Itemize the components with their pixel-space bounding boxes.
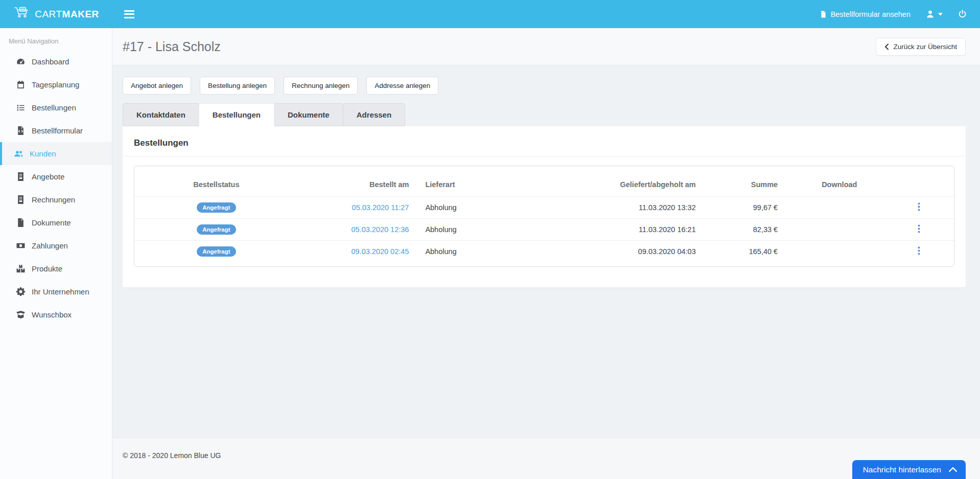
status-badge: Angefragt xyxy=(197,202,236,213)
sidebar-item-label: Rechnungen xyxy=(32,195,75,204)
sidebar-item-label: Kunden xyxy=(30,149,56,158)
create-address-button[interactable]: Addresse anlegen xyxy=(366,77,438,95)
sidebar-item-label: Dokumente xyxy=(32,218,71,227)
sidebar-item-dashboard[interactable]: Dashboard xyxy=(0,50,112,73)
copyright-text: © 2018 - 2020 Lemon Blue UG xyxy=(123,451,221,460)
chevron-left-icon xyxy=(884,43,889,50)
chat-button-label: Nachricht hinterlassen xyxy=(863,465,941,474)
column-header-download: Download xyxy=(786,176,954,197)
tab-adressen[interactable]: Adressen xyxy=(343,103,405,126)
sidebar-toggle-icon[interactable] xyxy=(124,10,134,18)
tab-dokumente[interactable]: Dokumente xyxy=(274,103,343,126)
cart-logo-icon xyxy=(13,6,31,22)
file-code-icon xyxy=(16,126,25,135)
logout-power-icon[interactable] xyxy=(958,10,967,18)
order-date-link[interactable]: 05.03.2020 11:27 xyxy=(352,203,409,212)
sidebar-item-label: Wunschbox xyxy=(32,310,72,319)
main-content: #17 - Lisa Scholz Zurück zur Übersicht A… xyxy=(112,28,980,479)
gear-icon xyxy=(16,287,25,296)
brand-name: CARTMAKER xyxy=(35,9,99,20)
ellipsis-menu-icon[interactable] xyxy=(918,246,920,255)
back-to-overview-button[interactable]: Zurück zur Übersicht xyxy=(876,38,966,56)
sidebar-item-produkte[interactable]: Produkte xyxy=(0,257,112,280)
file-invoice-icon xyxy=(16,172,25,181)
leave-message-button[interactable]: Nachricht hinterlassen xyxy=(852,460,966,479)
tab-kontaktdaten[interactable]: Kontaktdaten xyxy=(123,103,199,126)
order-form-link[interactable]: Bestellformular ansehen xyxy=(820,10,911,18)
brand-logo[interactable]: CARTMAKER xyxy=(0,0,112,28)
sidebar-item-tagesplanung[interactable]: Tagesplanung xyxy=(0,73,112,96)
money-bill-icon xyxy=(16,241,25,250)
box-open-icon xyxy=(16,310,25,319)
order-sum: 99,67 € xyxy=(704,197,786,219)
sidebar-item-kunden[interactable]: Kunden xyxy=(0,142,112,165)
boxes-icon xyxy=(16,264,25,273)
order-sum: 165,40 € xyxy=(704,241,786,263)
sidebar-item-rechnungen[interactable]: Rechnungen xyxy=(0,188,112,211)
sidebar-item-label: Dashboard xyxy=(32,57,69,66)
delivery-type: Abholung xyxy=(417,219,532,241)
status-badge: Angefragt xyxy=(197,246,236,257)
delivered-date: 11.03.2020 13:32 xyxy=(532,197,704,219)
order-date-link[interactable]: 05.03.2020 12:36 xyxy=(351,225,409,234)
tab-bar: Kontaktdaten Bestellungen Dokumente Adre… xyxy=(123,103,966,126)
table-header-row: Bestellstatus Bestellt am Lieferart Geli… xyxy=(134,176,954,197)
order-form-link-label: Bestellformular ansehen xyxy=(831,10,911,18)
file-icon xyxy=(16,218,25,227)
ellipsis-menu-icon[interactable] xyxy=(918,224,920,233)
table-row: Angefragt 09.03.2020 02:45 Abholung 09.0… xyxy=(134,241,954,263)
sidebar: Menü Navigation Dashboard Tagesplanung B… xyxy=(0,28,112,479)
sidebar-item-bestellungen[interactable]: Bestellungen xyxy=(0,96,112,119)
status-badge: Angefragt xyxy=(197,224,236,235)
sidebar-item-wunschbox[interactable]: Wunschbox xyxy=(0,303,112,326)
column-header-delivered-at: Geliefert/abgeholt am xyxy=(532,176,704,197)
calendar-icon xyxy=(16,80,25,89)
footer: © 2018 - 2020 Lemon Blue UG xyxy=(112,438,980,479)
ellipsis-menu-icon[interactable] xyxy=(918,202,920,211)
delivery-type: Abholung xyxy=(417,197,532,219)
column-header-status: Bestellstatus xyxy=(134,176,298,197)
column-header-ordered-at: Bestellt am xyxy=(298,176,417,197)
delivered-date: 11.03.2020 16:21 xyxy=(532,219,704,241)
sidebar-item-label: Tagesplanung xyxy=(32,80,79,89)
orders-table-container: Bestellstatus Bestellt am Lieferart Geli… xyxy=(134,166,954,267)
sidebar-item-label: Bestellungen xyxy=(32,103,76,112)
table-row: Angefragt 05.03.2020 12:36 Abholung 11.0… xyxy=(134,219,954,241)
topbar: CARTMAKER Bestellformular ansehen xyxy=(0,0,980,28)
sidebar-item-zahlungen[interactable]: Zahlungen xyxy=(0,234,112,257)
sidebar-item-dokumente[interactable]: Dokumente xyxy=(0,211,112,234)
page-title: #17 - Lisa Scholz xyxy=(123,39,221,54)
sidebar-item-label: Angebote xyxy=(32,172,64,181)
delivered-date: 09.03.2020 04:03 xyxy=(532,241,704,263)
sidebar-item-label: Bestellformular xyxy=(32,126,83,135)
sidebar-item-angebote[interactable]: Angebote xyxy=(0,165,112,188)
column-header-sum: Summe xyxy=(704,176,786,197)
action-button-row: Angebot anlegen Bestellung anlegen Rechn… xyxy=(123,77,966,95)
back-button-label: Zurück zur Übersicht xyxy=(893,43,957,51)
sidebar-item-bestellformular[interactable]: Bestellformular xyxy=(0,119,112,142)
orders-panel: Bestellungen Bestellstatus Bestellt am L… xyxy=(123,126,966,287)
panel-heading: Bestellungen xyxy=(123,126,966,156)
delivery-type: Abholung xyxy=(417,241,532,263)
users-icon xyxy=(14,149,23,158)
tachometer-icon xyxy=(16,57,25,66)
create-invoice-button[interactable]: Rechnung anlegen xyxy=(284,77,358,95)
content-header: #17 - Lisa Scholz Zurück zur Übersicht xyxy=(112,28,980,65)
document-icon xyxy=(820,10,827,18)
create-offer-button[interactable]: Angebot anlegen xyxy=(123,77,191,95)
divider xyxy=(123,156,966,156)
sidebar-item-label: Ihr Unternehmen xyxy=(32,287,89,296)
sidebar-item-label: Produkte xyxy=(32,264,62,273)
create-order-button[interactable]: Bestellung anlegen xyxy=(200,77,275,95)
table-row: Angefragt 05.03.2020 11:27 Abholung 11.0… xyxy=(134,197,954,219)
content-body: Angebot anlegen Bestellung anlegen Rechn… xyxy=(112,65,980,287)
user-menu[interactable] xyxy=(926,10,943,18)
sidebar-item-ihr-unternehmen[interactable]: Ihr Unternehmen xyxy=(0,280,112,303)
sidebar-section-label: Menü Navigation xyxy=(0,28,112,50)
tab-bestellungen[interactable]: Bestellungen xyxy=(199,103,274,126)
list-icon xyxy=(16,103,25,112)
order-date-link[interactable]: 09.03.2020 02:45 xyxy=(351,247,409,256)
user-icon xyxy=(926,10,935,18)
orders-table: Bestellstatus Bestellt am Lieferart Geli… xyxy=(134,176,954,262)
order-sum: 82,33 € xyxy=(704,219,786,241)
